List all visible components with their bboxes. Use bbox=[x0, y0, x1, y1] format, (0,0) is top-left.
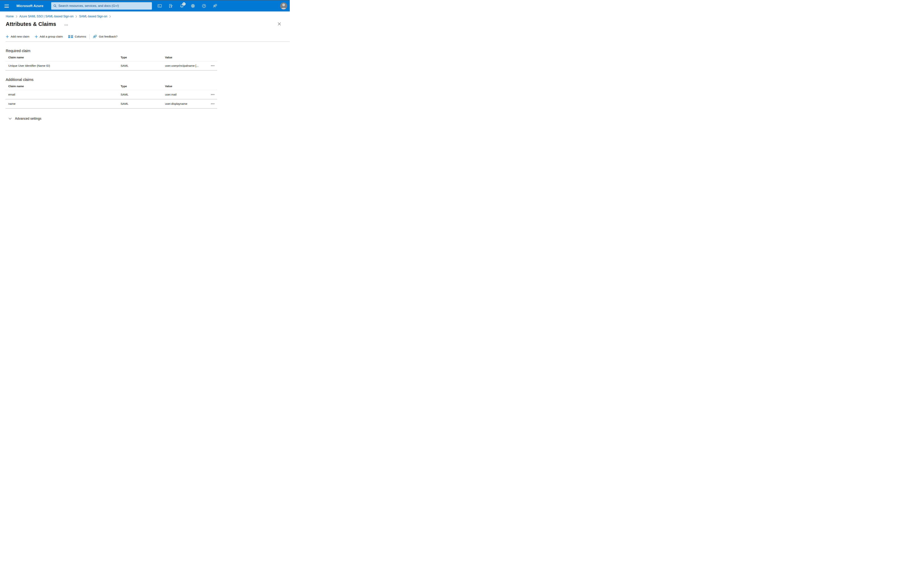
add-group-claim-label: Add a group claim bbox=[40, 35, 63, 38]
topbar: Microsoft Azure Search resources, servic… bbox=[0, 0, 290, 12]
row-context-menu-button[interactable] bbox=[211, 64, 215, 67]
plus-icon bbox=[35, 35, 38, 38]
topbar-icon-group: 6 bbox=[157, 4, 217, 8]
notifications-button[interactable]: 6 bbox=[180, 4, 184, 8]
claim-type-cell: SAML bbox=[120, 102, 165, 105]
columns-icon bbox=[68, 35, 73, 38]
claim-type-cell: SAML bbox=[120, 64, 165, 67]
row-context-menu-button[interactable] bbox=[211, 93, 215, 96]
page-title: Attributes & Claims bbox=[6, 21, 56, 27]
subscription-filter-button[interactable] bbox=[168, 4, 173, 8]
column-header-claim-name: Claim name bbox=[8, 56, 120, 59]
required-claim-heading: Required claim bbox=[6, 49, 290, 53]
table-header-row: Claim name Type Value bbox=[5, 53, 217, 61]
breadcrumb-app[interactable]: Azure SAML SSO | SAML-based Sign-on bbox=[20, 15, 74, 18]
breadcrumb-home[interactable]: Home bbox=[6, 15, 14, 18]
column-header-value: Value bbox=[165, 85, 208, 88]
breadcrumb-sso[interactable]: SAML-based Sign-on bbox=[79, 15, 107, 18]
column-header-type: Type bbox=[120, 85, 165, 88]
plus-icon bbox=[6, 35, 9, 38]
required-claim-table: Claim name Type Value Unique User Identi… bbox=[5, 53, 217, 71]
got-feedback-button[interactable]: Got feedback? bbox=[93, 35, 117, 39]
search-placeholder: Search resources, services, and docs (G+… bbox=[58, 4, 119, 8]
columns-button[interactable]: Columns bbox=[68, 35, 86, 38]
claim-type-cell: SAML bbox=[120, 93, 165, 96]
cloud-shell-icon bbox=[157, 4, 162, 8]
claim-value-cell: user.userprincipalname [... bbox=[165, 64, 208, 67]
blade-more-button[interactable] bbox=[64, 24, 69, 26]
chevron-right-icon bbox=[16, 15, 17, 18]
account-avatar[interactable] bbox=[280, 2, 287, 10]
gear-icon bbox=[191, 4, 195, 8]
toolbar-divider bbox=[5, 41, 290, 42]
feedback-button[interactable] bbox=[213, 4, 217, 8]
toolbar-separator bbox=[89, 34, 90, 39]
help-icon: ? bbox=[202, 4, 206, 8]
chevron-right-icon bbox=[75, 15, 77, 18]
columns-label: Columns bbox=[75, 35, 86, 38]
advanced-settings-expander[interactable]: Advanced settings bbox=[8, 117, 41, 121]
table-row-name[interactable]: name SAML user.displayname bbox=[5, 99, 217, 109]
feedback-person-icon bbox=[213, 4, 217, 8]
additional-claims-heading: Additional claims bbox=[6, 77, 290, 82]
search-input[interactable]: Search resources, services, and docs (G+… bbox=[51, 2, 152, 10]
blade-header: Attributes & Claims bbox=[6, 21, 290, 27]
azure-portal-window: Microsoft Azure Search resources, servic… bbox=[0, 0, 290, 146]
close-blade-button[interactable] bbox=[277, 22, 281, 26]
additional-claims-table: Claim name Type Value email SAML user.ma… bbox=[5, 82, 217, 109]
help-button[interactable]: ? bbox=[202, 4, 206, 8]
notification-badge: 6 bbox=[182, 2, 186, 5]
brand-title[interactable]: Microsoft Azure bbox=[16, 4, 43, 8]
column-header-value: Value bbox=[165, 56, 208, 59]
table-row-nameid[interactable]: Unique User Identifier (Name ID) SAML us… bbox=[5, 61, 217, 71]
breadcrumb: Home Azure SAML SSO | SAML-based Sign-on… bbox=[6, 15, 290, 18]
search-icon bbox=[53, 4, 57, 8]
claim-name-cell: email bbox=[8, 93, 120, 96]
table-header-row: Claim name Type Value bbox=[5, 82, 217, 90]
claim-name-cell: Unique User Identifier (Name ID) bbox=[8, 64, 120, 67]
chevron-down-icon bbox=[8, 118, 12, 120]
column-header-claim-name: Claim name bbox=[8, 85, 120, 88]
svg-text:?: ? bbox=[203, 5, 205, 7]
got-feedback-label: Got feedback? bbox=[99, 35, 117, 38]
claim-name-cell: name bbox=[8, 102, 120, 105]
close-icon bbox=[277, 22, 281, 26]
add-new-claim-label: Add new claim bbox=[11, 35, 30, 38]
column-header-type: Type bbox=[120, 56, 165, 59]
subscription-filter-icon bbox=[168, 4, 173, 8]
claim-value-cell: user.displayname bbox=[165, 102, 208, 105]
settings-button[interactable] bbox=[191, 4, 195, 8]
claim-value-cell: user.mail bbox=[165, 93, 208, 96]
table-row-email[interactable]: email SAML user.mail bbox=[5, 90, 217, 99]
command-bar: Add new claim Add a group claim Columns bbox=[6, 34, 290, 39]
row-context-menu-button[interactable] bbox=[211, 102, 215, 105]
add-group-claim-button[interactable]: Add a group claim bbox=[35, 35, 63, 38]
chevron-right-icon bbox=[109, 15, 111, 18]
portal-menu-button[interactable] bbox=[5, 5, 9, 8]
add-new-claim-button[interactable]: Add new claim bbox=[6, 35, 30, 38]
feedback-person-icon bbox=[93, 35, 97, 39]
advanced-settings-label: Advanced settings bbox=[15, 117, 41, 121]
avatar-silhouette bbox=[282, 3, 285, 6]
cloud-shell-button[interactable] bbox=[157, 4, 162, 8]
